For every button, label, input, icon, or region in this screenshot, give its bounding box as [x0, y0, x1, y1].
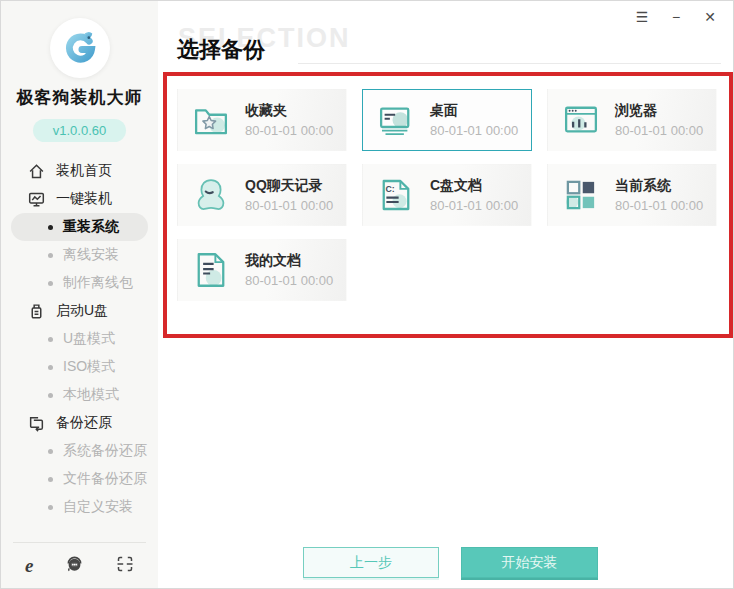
- sidebar-item-home[interactable]: 装机首页: [1, 157, 158, 185]
- card-date: 80-01-01 00:00: [245, 123, 333, 138]
- sidebar-item-label: 制作离线包: [63, 274, 133, 292]
- sidebar-item-label: 离线安装: [63, 246, 119, 264]
- sidebar: 极客狗装机大师 v1.0.0.60 装机首页 一键装机 重装系统: [1, 1, 158, 588]
- title-underline: [298, 63, 721, 64]
- sidebar-item-make-offline-pack[interactable]: 制作离线包: [1, 269, 158, 297]
- card-date: 80-01-01 00:00: [245, 198, 333, 213]
- sidebar-item-label: 备份还原: [56, 414, 112, 432]
- sidebar-item-iso-mode[interactable]: ISO模式: [1, 353, 158, 381]
- card-date: 80-01-01 00:00: [430, 123, 518, 138]
- backup-restore-icon: [28, 415, 45, 432]
- folder-star-icon: [190, 99, 232, 141]
- c-drive-doc-icon: C:: [375, 174, 417, 216]
- dog-g-logo-icon: [57, 25, 103, 71]
- svg-text:C:: C:: [386, 184, 395, 194]
- monitor-chart-icon: [28, 191, 45, 208]
- main-content: ☰ − ✕ SELECTION 选择备份 收藏夹 80-01-01 00:00: [158, 1, 733, 588]
- backup-card-favorites[interactable]: 收藏夹 80-01-01 00:00: [177, 89, 347, 151]
- backup-card-browser[interactable]: 浏览器 80-01-01 00:00: [547, 89, 717, 151]
- card-date: 80-01-01 00:00: [245, 273, 333, 288]
- sidebar-item-usb-mode[interactable]: U盘模式: [1, 325, 158, 353]
- card-title: C盘文档: [430, 177, 518, 195]
- app-logo: [50, 18, 110, 78]
- start-install-button[interactable]: 开始安装: [461, 547, 598, 578]
- previous-step-button[interactable]: 上一步: [303, 547, 439, 578]
- window-controls: ☰ − ✕: [634, 9, 718, 25]
- qq-penguin-icon: [190, 174, 232, 216]
- menu-icon[interactable]: ☰: [634, 9, 650, 25]
- ie-browser-icon[interactable]: e: [25, 556, 33, 575]
- sidebar-item-label: 本地模式: [63, 386, 119, 404]
- home-icon: [28, 163, 45, 180]
- backup-card-grid: 收藏夹 80-01-01 00:00 桌面 80-01-01 00:00: [177, 89, 717, 301]
- card-title: 收藏夹: [245, 102, 333, 120]
- card-title: 当前系统: [615, 177, 703, 195]
- sidebar-footer: e: [1, 542, 158, 588]
- sidebar-item-label: 文件备份还原: [63, 470, 147, 488]
- bullet-dot-icon: [48, 477, 53, 482]
- sidebar-nav: 装机首页 一键装机 重装系统 离线安装 制作离线包: [1, 157, 158, 521]
- bullet-dot-icon: [48, 393, 53, 398]
- sidebar-item-label: ISO模式: [63, 358, 115, 376]
- backup-card-current-system[interactable]: 当前系统 80-01-01 00:00: [547, 164, 717, 226]
- browser-icon: [560, 99, 602, 141]
- backup-card-my-documents[interactable]: 我的文档 80-01-01 00:00: [177, 239, 347, 301]
- backup-card-desktop[interactable]: 桌面 80-01-01 00:00: [362, 89, 532, 151]
- backup-card-c-drive-docs[interactable]: C: C盘文档 80-01-01 00:00: [362, 164, 532, 226]
- card-date: 80-01-01 00:00: [430, 198, 518, 213]
- page-title: 选择备份: [177, 35, 265, 65]
- sidebar-item-local-mode[interactable]: 本地模式: [1, 381, 158, 409]
- card-title: 桌面: [430, 102, 518, 120]
- sidebar-item-backup-restore[interactable]: 备份还原: [1, 409, 158, 437]
- app-name: 极客狗装机大师: [1, 86, 158, 109]
- sidebar-item-reinstall-system[interactable]: 重装系统: [11, 213, 148, 241]
- bullet-dot-icon: [48, 365, 53, 370]
- sidebar-item-label: 装机首页: [56, 162, 112, 180]
- sidebar-item-file-backup-restore[interactable]: 文件备份还原: [1, 465, 158, 493]
- bullet-dot-icon: [48, 337, 53, 342]
- card-date: 80-01-01 00:00: [615, 123, 703, 138]
- sidebar-item-label: 启动U盘: [56, 302, 108, 320]
- desktop-icon: [375, 99, 417, 141]
- sidebar-item-custom-install[interactable]: 自定义安装: [1, 493, 158, 521]
- usb-drive-icon: [28, 303, 45, 320]
- minimize-icon[interactable]: −: [668, 9, 684, 25]
- support-headset-icon[interactable]: [65, 554, 84, 577]
- card-title: QQ聊天记录: [245, 177, 333, 195]
- qr-scan-icon[interactable]: [116, 555, 134, 577]
- bullet-dot-icon: [48, 281, 53, 286]
- sidebar-item-label: 一键装机: [56, 190, 112, 208]
- sidebar-item-offline-install[interactable]: 离线安装: [1, 241, 158, 269]
- sidebar-item-label: 重装系统: [63, 218, 119, 236]
- sidebar-item-label: U盘模式: [63, 330, 115, 348]
- my-documents-icon: [190, 249, 232, 291]
- card-title: 浏览器: [615, 102, 703, 120]
- version-badge: v1.0.0.60: [33, 119, 127, 142]
- sidebar-item-system-backup-restore[interactable]: 系统备份还原: [1, 437, 158, 465]
- sidebar-item-label: 自定义安装: [63, 498, 133, 516]
- sidebar-item-one-key-install[interactable]: 一键装机: [1, 185, 158, 213]
- bullet-dot-icon: [48, 449, 53, 454]
- sidebar-item-boot-usb[interactable]: 启动U盘: [1, 297, 158, 325]
- close-icon[interactable]: ✕: [702, 9, 718, 25]
- system-tiles-icon: [560, 174, 602, 216]
- bullet-dot-icon: [48, 505, 53, 510]
- bullet-dot-icon: [48, 225, 53, 230]
- bullet-dot-icon: [48, 253, 53, 258]
- card-date: 80-01-01 00:00: [615, 198, 703, 213]
- backup-card-qq-history[interactable]: QQ聊天记录 80-01-01 00:00: [177, 164, 347, 226]
- sidebar-item-label: 系统备份还原: [63, 442, 147, 460]
- card-title: 我的文档: [245, 252, 333, 270]
